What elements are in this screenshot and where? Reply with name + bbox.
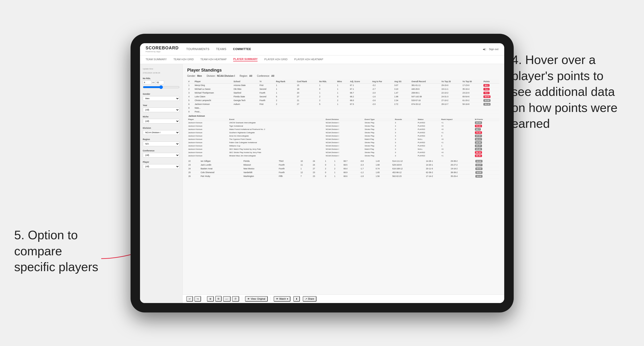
ext-cell-adj-score: 68.5 xyxy=(342,163,359,167)
conference-select[interactable]: (All) xyxy=(143,153,180,158)
col-yr: Yr xyxy=(258,80,275,84)
toolbar-sep-2 xyxy=(242,296,242,301)
copy-button[interactable]: ⧉ xyxy=(215,296,222,302)
ext-cell-wins: 1 xyxy=(333,160,342,163)
cell-no-rds: 5 xyxy=(318,102,336,106)
points-badge[interactable]: 58.18 xyxy=(484,103,490,106)
gender-select[interactable]: Men Women xyxy=(143,96,180,101)
clock-button[interactable]: ⏱ xyxy=(232,296,239,302)
ext-cell-num: 26 xyxy=(187,174,200,178)
no-rds-min-input[interactable] xyxy=(143,81,151,84)
table-row: 8 Mats... xyxy=(187,106,500,110)
tooltip-cell-type: Stroke Play xyxy=(364,128,394,131)
points-badge[interactable]: 76.2 xyxy=(484,88,490,90)
tablet-screen: SCOREBOARD Powered by clippi TOURNAMENTS… xyxy=(140,43,504,303)
ext-cell-no-rds: 0 xyxy=(324,163,333,167)
points-badge[interactable]: 60.89 xyxy=(484,99,490,102)
cell-num: 8 xyxy=(187,106,194,110)
cell-points[interactable]: 60.89 xyxy=(482,99,499,102)
points-badge[interactable]: 72.1 xyxy=(484,92,490,94)
year-select[interactable]: (All) xyxy=(143,107,180,112)
cell-school xyxy=(232,110,258,114)
cell-reg-rank: 2 xyxy=(275,102,296,106)
ext-cell-points[interactable]: 39.95 xyxy=(474,171,500,174)
tooltip-cell-rounds: 3 xyxy=(394,134,417,138)
cell-school: Stanford xyxy=(232,91,258,95)
cell-vs-top25: 28-12-7 xyxy=(440,102,461,106)
col-vs-top25: Vs Top 25 xyxy=(440,80,461,84)
nav-committee[interactable]: COMMITTEE xyxy=(233,47,251,51)
division-section: Division NCAA Division I NCAA Division I… xyxy=(143,127,180,135)
cell-points[interactable]: 72.1 xyxy=(482,91,499,95)
table-row: 4 Luke Claton Florida State Second 5 27 … xyxy=(187,95,500,99)
tooltip-cell-status: PLAYED xyxy=(417,121,440,124)
cell-points[interactable]: 88.2 xyxy=(482,83,499,87)
ext-cell-points[interactable]: 60.68 xyxy=(474,160,500,163)
filter-icon-button[interactable]: ⚙ xyxy=(207,296,214,302)
tab-team-h2h-grid[interactable]: TEAM H2H GRID xyxy=(173,58,194,61)
cell-points[interactable]: 58.18 xyxy=(482,102,499,106)
player-select[interactable]: (All) xyxy=(143,164,180,169)
share-icon: ↗ xyxy=(305,298,307,300)
cell-player: Wenyi Ding xyxy=(194,83,232,87)
cell-points[interactable]: 76.2 xyxy=(482,87,499,91)
cell-points[interactable] xyxy=(482,110,499,114)
ext-cell-yr: Third xyxy=(278,160,300,163)
download-button[interactable]: ⬇ xyxy=(293,296,300,302)
cell-num: 5 xyxy=(187,99,194,102)
ext-cell-player: Petr Hruby xyxy=(199,174,242,178)
table-row: 1 Wenyi Ding Arizona State First 1 15 1 … xyxy=(187,83,500,87)
share-button[interactable]: ↗ Share xyxy=(303,296,317,302)
tab-player-h2h-heatmap[interactable]: PLAYER H2H HEATMAP xyxy=(294,58,323,61)
cell-points[interactable] xyxy=(482,106,499,110)
tooltip-cell-status: PLAYED xyxy=(417,154,440,157)
ext-cell-yr: Fifth xyxy=(278,174,300,178)
player-section: Player (All) xyxy=(143,161,180,169)
extended-table: 22 Ian Gilligan Florida Third 10 24 1 1 … xyxy=(187,160,500,178)
ext-cell-points[interactable]: 38.49 xyxy=(474,174,500,178)
tab-player-summary[interactable]: PLAYER SUMMARY xyxy=(233,58,258,61)
tooltip-cell-event: SEC Stroke Play hosted by Jerry Pate xyxy=(228,151,325,154)
points-badge[interactable]: 88.2 xyxy=(484,84,490,87)
tooltip-cell-rank: 0 xyxy=(440,134,474,138)
tooltip-cell-div: NCAA Division I xyxy=(325,144,364,147)
watch-button[interactable]: 👁 Watch ▾ xyxy=(274,296,290,302)
tooltip-cell-type: Stroke Play xyxy=(364,144,394,147)
ext-cell-reg-rank: 10 xyxy=(300,160,312,163)
view-original-button[interactable]: 👁 View: Original xyxy=(245,296,268,302)
tab-team-h2h-heatmap[interactable]: TEAM H2H HEATMAP xyxy=(200,58,226,61)
nav-back[interactable]: ◀ | xyxy=(483,48,486,51)
ext-cell-points[interactable]: 60.27 xyxy=(474,163,500,167)
cell-record xyxy=(410,106,440,110)
ext-cell-vs-top50: 26-27-2 xyxy=(450,163,474,167)
niche-select[interactable]: (All) xyxy=(143,119,180,124)
tooltip-row: Jackson Koivsun SEC Stroke Play hosted b… xyxy=(187,151,500,154)
cell-vs-top50: 50-16-8 xyxy=(461,102,482,106)
ext-cell-points[interactable]: 60.02 xyxy=(474,167,500,171)
tab-player-h2h-grid[interactable]: PLAYER H2H GRID xyxy=(264,58,287,61)
dash-button[interactable]: —· xyxy=(223,296,231,302)
top-nav: SCOREBOARD Powered by clippi TOURNAMENTS… xyxy=(140,43,504,55)
tooltip-cell-type: Stroke Play xyxy=(364,141,394,144)
undo-button[interactable]: ↩ xyxy=(186,296,193,302)
nav-items: TOURNAMENTS TEAMS COMMITTEE xyxy=(186,47,251,51)
redo-button[interactable]: ↪ xyxy=(194,296,201,302)
nav-tournaments[interactable]: TOURNAMENTS xyxy=(186,47,210,51)
col-wins: Wins xyxy=(336,80,349,84)
no-rds-max-input[interactable] xyxy=(156,81,164,84)
cell-points[interactable]: 68.94 xyxy=(482,95,499,99)
ext-cell-reg-rank: 12 xyxy=(300,171,312,174)
tab-team-summary[interactable]: TEAM SUMMARY xyxy=(146,58,167,61)
no-rds-slider[interactable] xyxy=(143,85,180,89)
region-select[interactable]: N/A All xyxy=(143,142,180,146)
cell-school: Arizona State xyxy=(232,83,258,87)
filter-division: Division: NCAA Division I xyxy=(207,75,235,77)
sign-out[interactable]: Sign out xyxy=(489,48,498,50)
cell-wins: 0 xyxy=(336,95,349,99)
nav-teams[interactable]: TEAMS xyxy=(216,47,226,51)
ext-cell-player: Ian Gilligan xyxy=(199,160,242,163)
brand-sub: Powered by clippi xyxy=(146,50,179,53)
ext-cell-vs-top25: 14-26-1 xyxy=(425,160,449,163)
points-badge[interactable]: 68.94 xyxy=(484,95,490,98)
division-select[interactable]: NCAA Division I NCAA Division II NCAA Di… xyxy=(143,130,180,135)
